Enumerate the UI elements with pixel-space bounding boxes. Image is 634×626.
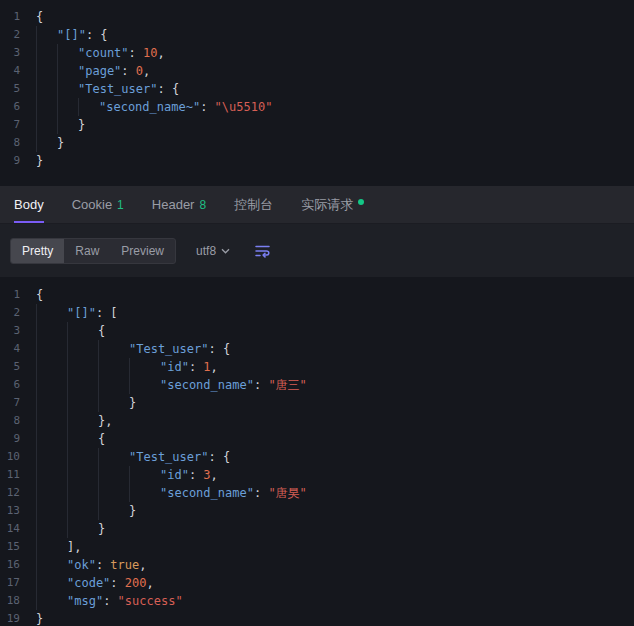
tab-cookie[interactable]: Cookie1 (72, 186, 124, 223)
code-line-content: { (36, 322, 105, 340)
code-line-content: "second_name": "唐三" (36, 376, 307, 394)
line-number: 4 (0, 340, 36, 358)
json-token-number: 3 (203, 466, 210, 484)
line-number: 5 (0, 358, 36, 376)
json-token-punct: } (98, 520, 105, 538)
tab-actual-request[interactable]: 实际请求 (301, 186, 364, 223)
indent-guide (57, 116, 78, 134)
indent-guide (57, 62, 78, 80)
wrap-lines-button[interactable] (252, 241, 273, 261)
code-line-content: "ok": true, (36, 556, 147, 574)
indent-guide (36, 376, 67, 394)
json-token-punct: : (129, 44, 143, 62)
line-number: 18 (0, 592, 36, 610)
code-line-content: "count": 10, (36, 44, 165, 62)
code-line: 6"second_name~": "\u5510" (0, 98, 634, 116)
encoding-select[interactable]: utf8 (196, 244, 230, 258)
code-line-content: "second_name~": "\u5510" (36, 98, 272, 116)
indent-guide (36, 484, 67, 502)
json-token-punct: } (36, 610, 43, 626)
response-body-viewer[interactable]: 1{2"[]": [3{4"Test_user": {5"id": 1,6"se… (0, 277, 634, 626)
indent-guide (78, 98, 99, 116)
json-token-number: 200 (125, 574, 147, 592)
line-number: 9 (0, 430, 36, 448)
indent-guide (98, 448, 129, 466)
indent-guide (98, 394, 129, 412)
indent-guide (36, 340, 67, 358)
indent-guide (98, 484, 129, 502)
json-token-punct: { (98, 430, 105, 448)
tab-console[interactable]: 控制台 (234, 186, 273, 223)
view-mode-preview[interactable]: Preview (110, 239, 175, 263)
code-line-content: "msg": "success" (36, 592, 183, 610)
view-mode-switcher: PrettyRawPreview (10, 238, 176, 264)
line-number: 6 (0, 98, 36, 116)
indent-guide (36, 26, 57, 44)
code-line-content: ], (36, 538, 81, 556)
code-line: 8}, (0, 412, 634, 430)
code-line-content: "[]": { (36, 26, 108, 44)
code-line-content: } (36, 116, 85, 134)
code-line: 12"second_name": "唐昊" (0, 484, 634, 502)
json-token-punct: { (36, 286, 43, 304)
indent-guide (57, 98, 78, 116)
json-token-punct: ], (67, 538, 81, 556)
line-number: 12 (0, 484, 36, 502)
code-line-content: "page": 0, (36, 62, 150, 80)
code-line-content: { (36, 430, 105, 448)
json-token-number: 0 (136, 62, 143, 80)
json-token-key: "code" (67, 574, 110, 592)
tab-header[interactable]: Header8 (152, 186, 206, 223)
json-token-string: "唐昊" (268, 484, 306, 502)
response-tab-bar: BodyCookie1Header8控制台实际请求 (0, 186, 634, 224)
code-line: 4"page": 0, (0, 62, 634, 80)
json-token-punct: , (139, 556, 146, 574)
tab-header-label: Header (152, 197, 195, 212)
json-token-punct: , (147, 574, 154, 592)
indent-guide (98, 502, 129, 520)
code-line-content: "Test_user": { (36, 340, 230, 358)
json-token-key: "second_name" (160, 376, 254, 394)
tab-header-count-badge: 8 (199, 198, 206, 212)
request-body-editor[interactable]: 1{2"[]": {3"count": 10,4"page": 0,5"Test… (0, 0, 634, 186)
code-line-content: } (36, 394, 136, 412)
indent-guide (36, 358, 67, 376)
json-token-key: "msg" (67, 592, 103, 610)
indent-guide (67, 466, 98, 484)
code-line: 8} (0, 134, 634, 152)
tab-actual-request-label: 实际请求 (301, 196, 353, 214)
json-token-punct: : { (86, 26, 108, 44)
line-number: 3 (0, 44, 36, 62)
wrap-lines-icon (254, 243, 271, 259)
code-line: 7} (0, 394, 634, 412)
json-token-string: "success" (118, 592, 183, 610)
json-token-number: 1 (203, 358, 210, 376)
tab-body[interactable]: Body (14, 186, 44, 223)
code-line-content: "Test_user": { (36, 448, 230, 466)
code-line-content: } (36, 610, 43, 626)
json-token-key: "ok" (67, 556, 96, 574)
tab-console-label: 控制台 (234, 196, 273, 214)
json-token-punct: : (189, 466, 203, 484)
line-number: 19 (0, 610, 36, 626)
json-token-key: "count" (78, 44, 129, 62)
code-line-content: "id": 1, (36, 358, 218, 376)
json-token-punct: } (36, 152, 43, 170)
json-token-punct: } (78, 116, 85, 134)
indent-guide (36, 44, 57, 62)
view-mode-pretty[interactable]: Pretty (11, 239, 64, 263)
line-number: 3 (0, 322, 36, 340)
json-token-key: "Test_user" (78, 80, 157, 98)
code-line: 13} (0, 502, 634, 520)
code-line: 11"id": 3, (0, 466, 634, 484)
indent-guide (36, 304, 67, 322)
code-line: 15], (0, 538, 634, 556)
indent-guide (36, 394, 67, 412)
view-mode-raw[interactable]: Raw (64, 239, 110, 263)
line-number: 2 (0, 26, 36, 44)
tab-cookie-label: Cookie (72, 197, 112, 212)
code-line: 2"[]": [ (0, 304, 634, 322)
indent-guide (36, 592, 67, 610)
indent-guide (129, 466, 160, 484)
code-line: 5"Test_user": { (0, 80, 634, 98)
